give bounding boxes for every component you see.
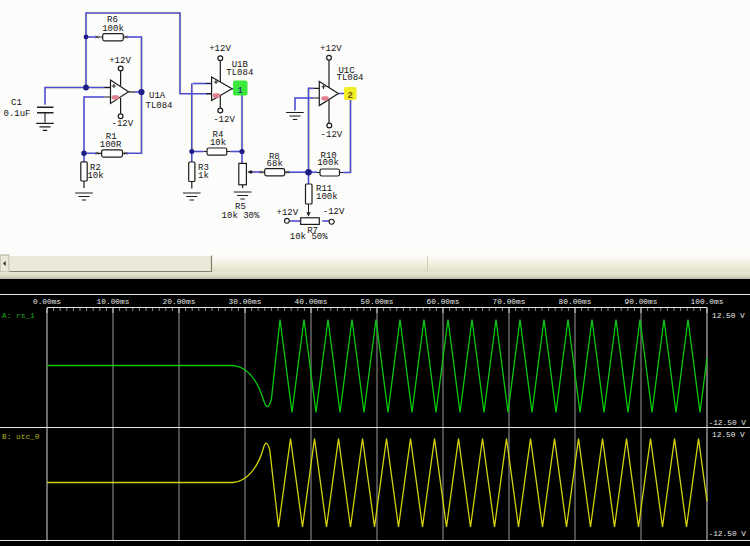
svg-text:0.1uF: 0.1uF — [3, 109, 30, 119]
svg-text:100k: 100k — [316, 192, 338, 202]
svg-text:-12V: -12V — [323, 207, 345, 217]
svg-text:+12V: +12V — [276, 208, 298, 218]
svg-text:70.00ms: 70.00ms — [493, 298, 526, 306]
svg-text:+12V: +12V — [209, 44, 231, 54]
svg-text:10k 50%: 10k 50% — [290, 232, 328, 242]
svg-text:10.00ms: 10.00ms — [97, 298, 130, 306]
svg-text:1k: 1k — [198, 171, 209, 181]
svg-text:-12V: -12V — [111, 119, 133, 129]
svg-text:100k: 100k — [317, 158, 339, 168]
svg-text:10k: 10k — [87, 171, 103, 181]
svg-text:+12V: +12V — [109, 56, 131, 66]
svg-text:-12V: -12V — [213, 115, 235, 125]
svg-text:90.00ms: 90.00ms — [625, 298, 658, 306]
svg-text:+12V: +12V — [320, 44, 342, 54]
svg-text:U1A: U1A — [149, 91, 166, 101]
svg-text:60.00ms: 60.00ms — [427, 298, 460, 306]
svg-text:40.00ms: 40.00ms — [295, 298, 328, 306]
svg-text:12.50 V: 12.50 V — [712, 431, 745, 439]
svg-text:-12V: -12V — [321, 130, 343, 140]
svg-text:0.00ms: 0.00ms — [33, 298, 61, 306]
svg-text:10k: 10k — [210, 138, 226, 148]
svg-text:1: 1 — [238, 86, 244, 96]
svg-text:80.00ms: 80.00ms — [559, 298, 592, 306]
svg-text:10k 30%: 10k 30% — [222, 211, 260, 221]
svg-text:50.00ms: 50.00ms — [361, 298, 394, 306]
svg-text:-12.50 V: -12.50 V — [709, 419, 747, 427]
svg-text:12.50 V: 12.50 V — [712, 312, 745, 320]
svg-text:100k: 100k — [102, 24, 124, 34]
svg-text:C1: C1 — [11, 98, 22, 108]
svg-text:TL084: TL084 — [336, 73, 363, 83]
svg-text:2: 2 — [347, 91, 352, 101]
svg-text:A: rs_1: A: rs_1 — [2, 312, 35, 320]
svg-text:100R: 100R — [100, 140, 122, 150]
svg-text:-12.50 V: -12.50 V — [709, 530, 747, 538]
svg-text:TL084: TL084 — [226, 68, 253, 78]
svg-text:B: utc_0: B: utc_0 — [2, 433, 40, 441]
svg-text:20.00ms: 20.00ms — [163, 298, 196, 306]
svg-text:68k: 68k — [267, 159, 283, 169]
svg-text:TL084: TL084 — [146, 101, 173, 111]
svg-text:30.00ms: 30.00ms — [229, 298, 262, 306]
svg-text:100.0ms: 100.0ms — [691, 298, 724, 306]
